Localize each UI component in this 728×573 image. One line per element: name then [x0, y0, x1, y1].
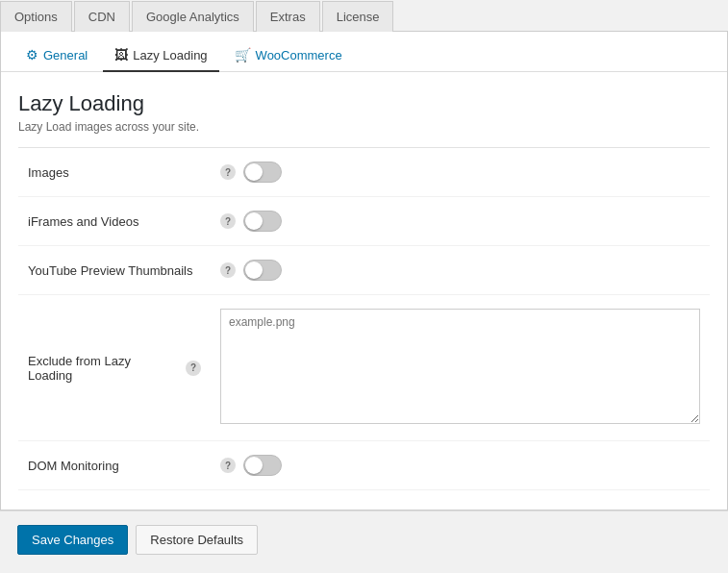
dom-field-row: ?	[220, 455, 700, 476]
gear-icon: ⚙	[26, 47, 38, 62]
youtube-help-icon[interactable]: ?	[220, 262, 236, 278]
youtube-field-cell: ?	[211, 246, 710, 295]
footer-buttons: Save Changes Restore Defaults	[0, 511, 728, 568]
subtab-lazy-loading[interactable]: 🖼 Lazy Loading	[103, 41, 218, 72]
tab-cdn[interactable]: CDN	[74, 1, 130, 32]
images-help-icon[interactable]: ?	[220, 164, 236, 180]
table-row: YouTube Preview Thumbnails ?	[18, 246, 710, 295]
iframes-field-row: ?	[220, 211, 700, 232]
images-field-cell: ?	[211, 148, 710, 197]
content-area: ⚙ General 🖼 Lazy Loading 🛒 WooCommerce L…	[0, 32, 728, 511]
youtube-field-row: ?	[220, 260, 700, 281]
tab-license[interactable]: License	[322, 1, 394, 32]
images-label: Images	[18, 148, 211, 197]
exclude-textarea[interactable]	[220, 309, 700, 424]
youtube-label: YouTube Preview Thumbnails	[18, 246, 211, 295]
youtube-toggle[interactable]	[243, 260, 282, 281]
form-table: Images ? iFrames and Videos	[18, 148, 710, 490]
tab-extras[interactable]: Extras	[256, 1, 320, 32]
dom-label: DOM Monitoring	[18, 441, 211, 490]
main-content: Lazy Loading Lazy Load images across you…	[1, 72, 727, 510]
images-toggle[interactable]	[243, 162, 282, 183]
exclude-help-icon[interactable]: ?	[186, 361, 201, 376]
cart-icon: 🛒	[235, 47, 251, 62]
subtab-woocommerce[interactable]: 🛒 WooCommerce	[223, 41, 354, 72]
restore-defaults-button[interactable]: Restore Defaults	[136, 525, 258, 555]
subtab-general[interactable]: ⚙ General	[14, 41, 99, 72]
main-container: Options CDN Google Analytics Extras Lice…	[0, 0, 728, 573]
dom-help-icon[interactable]: ?	[220, 458, 236, 473]
section-subtitle: Lazy Load images across your site.	[18, 120, 710, 134]
iframes-toggle[interactable]	[243, 211, 282, 232]
table-row: iFrames and Videos ?	[18, 197, 710, 246]
top-tabs: Options CDN Google Analytics Extras Lice…	[0, 0, 728, 32]
iframes-label: iFrames and Videos	[18, 197, 211, 246]
dom-toggle[interactable]	[243, 455, 282, 476]
exclude-textarea-cell	[211, 295, 710, 441]
dom-field-cell: ?	[211, 441, 710, 490]
tab-google-analytics[interactable]: Google Analytics	[132, 1, 254, 32]
images-field-row: ?	[220, 162, 700, 183]
exclude-label-row: Exclude from Lazy Loading ?	[28, 354, 201, 383]
image-icon: 🖼	[114, 47, 128, 62]
table-row: DOM Monitoring ?	[18, 441, 710, 490]
tab-options[interactable]: Options	[0, 1, 72, 32]
section-title: Lazy Loading	[18, 91, 710, 116]
exclude-label-cell: Exclude from Lazy Loading ?	[18, 295, 211, 441]
iframes-help-icon[interactable]: ?	[220, 213, 236, 229]
sub-tabs: ⚙ General 🖼 Lazy Loading 🛒 WooCommerce	[1, 32, 727, 72]
save-button[interactable]: Save Changes	[17, 525, 128, 555]
table-row: Exclude from Lazy Loading ?	[18, 295, 710, 441]
iframes-field-cell: ?	[211, 197, 710, 246]
table-row: Images ?	[18, 148, 710, 197]
